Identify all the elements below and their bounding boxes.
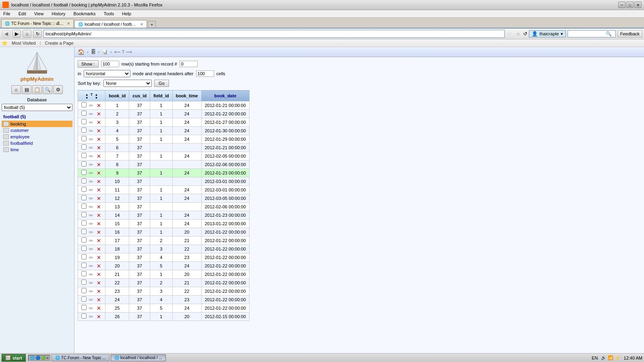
close-button[interactable]: ✕ bbox=[634, 2, 642, 8]
edit-icon-10[interactable]: ✏ bbox=[88, 187, 94, 193]
delete-icon-22[interactable]: ✕ bbox=[95, 288, 102, 294]
bookmark-list-icon[interactable]: ★ bbox=[516, 31, 521, 37]
edit-icon-3[interactable]: ✏ bbox=[88, 128, 94, 134]
taskbar-icon-2[interactable]: 🔵 bbox=[35, 356, 40, 357]
delete-icon-17[interactable]: ✕ bbox=[95, 246, 102, 252]
show-button[interactable]: Show : bbox=[78, 60, 99, 68]
row-checkbox-17[interactable] bbox=[81, 246, 87, 251]
delete-icon-20[interactable]: ✕ bbox=[95, 272, 102, 278]
edit-icon-19[interactable]: ✏ bbox=[88, 263, 94, 269]
refresh-button[interactable]: ↻ bbox=[33, 30, 42, 38]
edit-icon-23[interactable]: ✏ bbox=[88, 297, 94, 303]
sidebar-table-footballfield[interactable]: footballfield bbox=[2, 140, 72, 146]
taskbar-icon-3[interactable]: 🟢 bbox=[41, 356, 46, 357]
row-checkbox-0[interactable] bbox=[81, 102, 87, 107]
menu-file[interactable]: File bbox=[2, 11, 12, 16]
row-checkbox-25[interactable] bbox=[81, 313, 87, 319]
settings-icon-btn[interactable]: ⚙ bbox=[53, 85, 63, 94]
delete-icon-6[interactable]: ✕ bbox=[95, 153, 102, 159]
menu-view[interactable]: View bbox=[33, 11, 45, 16]
delete-icon-9[interactable]: ✕ bbox=[95, 179, 102, 185]
delete-icon-2[interactable]: ✕ bbox=[95, 119, 102, 125]
sidebar-table-booking[interactable]: booking bbox=[2, 121, 72, 127]
delete-icon-12[interactable]: ✕ bbox=[95, 204, 102, 210]
search-input[interactable] bbox=[570, 31, 606, 36]
menu-tools[interactable]: Tools bbox=[102, 11, 116, 16]
tab-1[interactable]: 🌐 TC Forum - New Topic :: เฝ้าคอมภูมิใจ … bbox=[1, 19, 74, 28]
taskbar-item-1[interactable]: 🌐 TC Forum - New Topic ... bbox=[52, 354, 109, 357]
row-checkbox-12[interactable] bbox=[81, 204, 87, 209]
row-checkbox-2[interactable] bbox=[81, 119, 87, 124]
edit-icon-21[interactable]: ✏ bbox=[88, 280, 94, 286]
header-cus-id[interactable]: cus_id bbox=[129, 90, 150, 101]
refresh-icon[interactable]: ↺ bbox=[523, 31, 527, 37]
delete-icon-5[interactable]: ✕ bbox=[95, 145, 102, 151]
row-checkbox-16[interactable] bbox=[81, 237, 87, 243]
home-icon-btn[interactable]: ⌂ bbox=[11, 85, 21, 94]
delete-icon-15[interactable]: ✕ bbox=[95, 229, 102, 235]
delete-icon-21[interactable]: ✕ bbox=[95, 280, 102, 286]
edit-icon-1[interactable]: ✏ bbox=[88, 111, 94, 117]
menu-bookmarks[interactable]: Bookmarks bbox=[72, 11, 97, 16]
delete-icon-25[interactable]: ✕ bbox=[95, 314, 102, 320]
search-icon[interactable]: 🔍 bbox=[606, 31, 612, 37]
sidebar-table-employee[interactable]: employee bbox=[2, 134, 72, 140]
delete-icon-0[interactable]: ✕ bbox=[95, 103, 102, 109]
menu-help[interactable]: Help bbox=[120, 11, 133, 16]
edit-icon-5[interactable]: ✏ bbox=[88, 145, 94, 151]
edit-icon-15[interactable]: ✏ bbox=[88, 229, 94, 235]
header-field-id[interactable]: field_id bbox=[150, 90, 173, 101]
row-checkbox-8[interactable] bbox=[81, 170, 87, 175]
feedback-button[interactable]: Feedback bbox=[617, 30, 642, 37]
taskbar-more-icon[interactable]: » bbox=[47, 356, 49, 357]
row-checkbox-22[interactable] bbox=[81, 288, 87, 293]
bookmark-create-page[interactable]: Create a Page bbox=[43, 40, 75, 46]
back-button[interactable]: ◀ bbox=[2, 30, 10, 38]
row-checkbox-11[interactable] bbox=[81, 195, 87, 200]
edit-icon-4[interactable]: ✏ bbox=[88, 136, 94, 142]
delete-icon-4[interactable]: ✕ bbox=[95, 136, 102, 142]
edit-icon-9[interactable]: ✏ bbox=[88, 179, 94, 185]
go-button[interactable]: Go bbox=[154, 80, 169, 87]
header-book-time[interactable]: book_time bbox=[172, 90, 201, 101]
delete-icon-13[interactable]: ✕ bbox=[95, 212, 102, 218]
row-checkbox-13[interactable] bbox=[81, 212, 87, 217]
delete-icon-24[interactable]: ✕ bbox=[95, 305, 102, 311]
mode-select[interactable]: horizontal vertical horizontal (no text) bbox=[84, 70, 130, 77]
sidebar-table-time[interactable]: time bbox=[2, 146, 72, 153]
edit-icon-22[interactable]: ✏ bbox=[88, 288, 94, 294]
forward-button[interactable]: ▶ bbox=[12, 30, 21, 38]
edit-icon-11[interactable]: ✏ bbox=[88, 195, 94, 202]
start-record-input[interactable] bbox=[180, 61, 198, 67]
user-dropdown-icon[interactable]: ▾ bbox=[561, 31, 563, 37]
taskbar-item-2[interactable]: 🌐 localhost / localhost / ... bbox=[111, 354, 166, 357]
taskbar-icon-1[interactable]: 🌐 bbox=[30, 356, 35, 357]
sort-select[interactable]: None bbox=[103, 80, 152, 87]
bookmark-star-icon[interactable]: ☆ bbox=[507, 31, 512, 37]
edit-icon-6[interactable]: ✏ bbox=[88, 153, 94, 159]
row-checkbox-24[interactable] bbox=[81, 305, 87, 310]
row-checkbox-3[interactable] bbox=[81, 128, 87, 133]
row-checkbox-19[interactable] bbox=[81, 263, 87, 268]
new-tab-button[interactable]: + bbox=[148, 21, 156, 28]
row-checkbox-7[interactable] bbox=[81, 161, 87, 167]
table-icon-btn[interactable]: ▤ bbox=[22, 85, 31, 94]
row-checkbox-14[interactable] bbox=[81, 220, 87, 226]
delete-icon-18[interactable]: ✕ bbox=[95, 255, 102, 261]
delete-icon-23[interactable]: ✕ bbox=[95, 297, 102, 303]
edit-icon-12[interactable]: ✏ bbox=[88, 204, 94, 210]
row-checkbox-10[interactable] bbox=[81, 187, 87, 192]
delete-icon-8[interactable]: ✕ bbox=[95, 170, 102, 176]
row-checkbox-23[interactable] bbox=[81, 296, 87, 302]
sql-icon-btn[interactable]: 📋 bbox=[32, 85, 42, 94]
edit-icon-0[interactable]: ✏ bbox=[88, 103, 94, 109]
row-checkbox-5[interactable] bbox=[81, 144, 87, 150]
tab-1-close[interactable]: ✕ bbox=[67, 21, 70, 26]
menu-history[interactable]: History bbox=[50, 11, 67, 16]
header-book-date[interactable]: book_date bbox=[201, 90, 249, 101]
home-nav-button[interactable]: ⌂ bbox=[23, 30, 31, 38]
edit-icon-20[interactable]: ✏ bbox=[88, 272, 94, 278]
menu-edit[interactable]: Edit bbox=[17, 11, 28, 16]
edit-icon-24[interactable]: ✏ bbox=[88, 305, 94, 311]
address-bar[interactable] bbox=[43, 30, 505, 38]
